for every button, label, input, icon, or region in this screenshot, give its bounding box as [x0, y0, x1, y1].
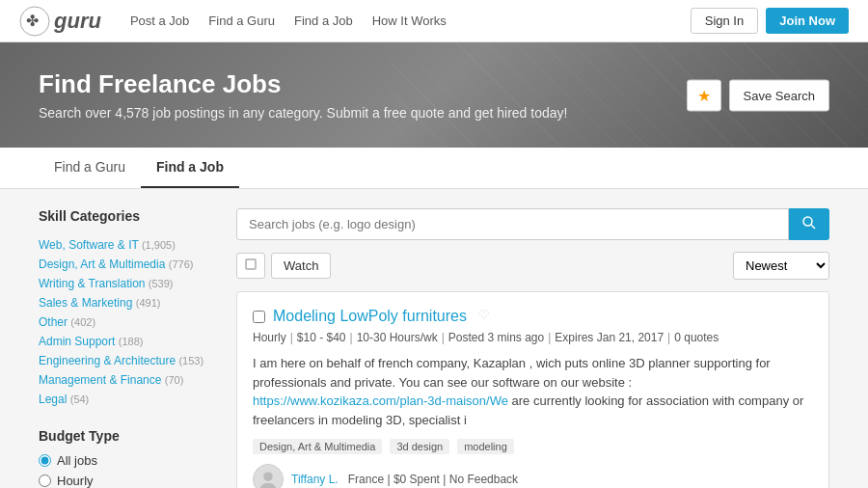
skill-count-design: (776): [169, 258, 194, 270]
job-title-1[interactable]: Modeling LowPoly furnitures: [273, 308, 467, 325]
toolbar: Watch Newest Oldest Relevance: [236, 252, 829, 280]
job-tag-0[interactable]: Design, Art & Multimedia: [253, 439, 382, 454]
budget-all-radio[interactable]: [39, 454, 51, 467]
joinnow-button[interactable]: Join Now: [766, 8, 849, 34]
search-bar: [236, 208, 829, 240]
job-posted: Posted 3 mins ago: [448, 331, 544, 344]
job-tag-1[interactable]: 3d design: [390, 439, 449, 454]
svg-text:✤: ✤: [26, 13, 39, 29]
skill-item-other: Other (402): [39, 312, 217, 332]
skill-count-sales: (491): [136, 297, 161, 309]
skill-count-other: (402): [70, 316, 95, 328]
skill-link-writing[interactable]: Writing & Translation: [39, 277, 146, 290]
budget-all-label: All jobs: [57, 453, 97, 468]
main-nav: Post a Job Find a Guru Find a Job How It…: [130, 14, 691, 28]
budget-hourly[interactable]: Hourly: [39, 474, 217, 488]
logo[interactable]: ✤ guru: [19, 6, 101, 37]
svg-rect-4: [246, 259, 256, 269]
job-tag-2[interactable]: modeling: [457, 439, 514, 454]
hero-section: Find Freelance Jobs Search over 4,578 jo…: [0, 42, 868, 148]
main-content: Skill Categories Web, Software & IT (1,9…: [0, 189, 868, 488]
skill-link-other[interactable]: Other: [39, 315, 68, 329]
page-tabs: Find a Guru Find a Job: [0, 148, 868, 189]
nav-find-job[interactable]: Find a Job: [294, 14, 353, 28]
job-quotes: 0 quotes: [674, 331, 719, 344]
search-icon: [802, 216, 816, 230]
skill-link-legal[interactable]: Legal: [39, 393, 67, 406]
skill-item-sales: Sales & Marketing (491): [39, 293, 217, 312]
sort-select[interactable]: Newest Oldest Relevance: [733, 252, 829, 280]
skill-item-web: Web, Software & IT (1,905): [39, 235, 217, 255]
nav-find-guru[interactable]: Find a Guru: [208, 14, 275, 28]
poster-name[interactable]: Tiffany L.: [291, 473, 339, 486]
signin-button[interactable]: Sign In: [691, 8, 758, 34]
budget-hourly-radio[interactable]: [39, 474, 51, 487]
site-header: ✤ guru Post a Job Find a Guru Find a Job…: [0, 0, 868, 42]
job-tags-1: Design, Art & Multimedia 3d design model…: [253, 439, 813, 454]
skill-item-writing: Writing & Translation (539): [39, 274, 217, 293]
job-rate: $10 - $40: [297, 331, 346, 344]
job-card-1: Modeling LowPoly furnitures ♡ Hourly | $…: [236, 291, 829, 488]
job-type: Hourly: [253, 331, 286, 344]
skill-count-legal: (54): [70, 393, 90, 405]
toolbar-left: Watch: [236, 253, 331, 279]
job-hours: 10-30 Hours/wk: [357, 331, 438, 344]
skill-link-management[interactable]: Management & Finance: [39, 373, 161, 387]
nav-post-job[interactable]: Post a Job: [130, 14, 189, 28]
job-favorite-icon[interactable]: ♡: [478, 308, 490, 322]
job-card-header: Modeling LowPoly furnitures ♡: [253, 308, 813, 325]
avatar-image: [254, 464, 283, 488]
skill-list: Web, Software & IT (1,905) Design, Art &…: [39, 235, 217, 409]
skill-item-legal: Legal (54): [39, 390, 217, 409]
checkbox-icon: [245, 258, 257, 270]
poster-spent: $0 Spent: [393, 473, 440, 486]
tab-find-job[interactable]: Find a Job: [141, 148, 239, 188]
skill-item-admin: Admin Support (188): [39, 332, 217, 351]
watch-button[interactable]: Watch: [271, 253, 331, 279]
skill-link-web[interactable]: Web, Software & IT: [39, 238, 139, 252]
poster-info: Tiffany L. France | $0 Spent | No Feedba…: [291, 473, 518, 486]
poster-avatar: [253, 464, 284, 488]
budget-title: Budget Type: [39, 428, 217, 444]
rss-button[interactable]: ★: [687, 79, 721, 111]
job-meta-1: Hourly | $10 - $40 | 10-30 Hours/wk | Po…: [253, 331, 813, 344]
job-poster-1: Tiffany L. France | $0 Spent | No Feedba…: [253, 464, 813, 488]
svg-point-6: [263, 473, 272, 481]
skill-item-engineering: Engineering & Architecture (153): [39, 351, 217, 370]
svg-point-2: [803, 217, 812, 226]
search-input[interactable]: [236, 208, 789, 240]
job-checkbox-1[interactable]: [253, 311, 265, 323]
header-actions: Sign In Join Now: [691, 8, 849, 34]
skill-categories-title: Skill Categories: [39, 208, 217, 224]
poster-country: France: [348, 473, 384, 486]
poster-feedback: No Feedback: [449, 473, 518, 486]
skill-link-admin[interactable]: Admin Support: [39, 335, 115, 348]
skill-count-writing: (539): [149, 278, 174, 289]
budget-all[interactable]: All jobs: [39, 453, 217, 468]
job-description-1: I am here on behalf of french company, K…: [253, 354, 813, 429]
job-area: Watch Newest Oldest Relevance Modeling L…: [236, 208, 829, 488]
skill-link-engineering[interactable]: Engineering & Architecture: [39, 354, 176, 367]
skill-link-sales[interactable]: Sales & Marketing: [39, 296, 132, 310]
search-button[interactable]: [789, 208, 829, 240]
logo-icon: ✤: [19, 6, 50, 37]
budget-hourly-label: Hourly: [57, 474, 94, 488]
job-expires: Expires Jan 21, 2017: [555, 331, 664, 344]
hero-actions: ★ Save Search: [687, 79, 829, 111]
skill-count-engineering: (153): [178, 355, 203, 366]
skill-item-design: Design, Art & Multimedia (776): [39, 255, 217, 274]
skill-count-web: (1,905): [142, 239, 176, 251]
svg-line-3: [811, 225, 815, 229]
skill-item-management: Management & Finance (70): [39, 370, 217, 390]
select-all-checkbox[interactable]: [236, 253, 265, 279]
save-search-button[interactable]: Save Search: [729, 79, 829, 111]
tab-find-guru[interactable]: Find a Guru: [39, 148, 141, 188]
logo-text: guru: [54, 9, 101, 34]
skill-count-admin: (188): [119, 336, 144, 347]
nav-how-it-works[interactable]: How It Works: [372, 14, 447, 28]
job-link[interactable]: https://www.kozikaza.com/plan-3d-maison/…: [253, 393, 508, 408]
skill-link-design[interactable]: Design, Art & Multimedia: [39, 258, 165, 271]
sidebar: Skill Categories Web, Software & IT (1,9…: [39, 208, 217, 488]
skill-count-management: (70): [165, 374, 184, 386]
